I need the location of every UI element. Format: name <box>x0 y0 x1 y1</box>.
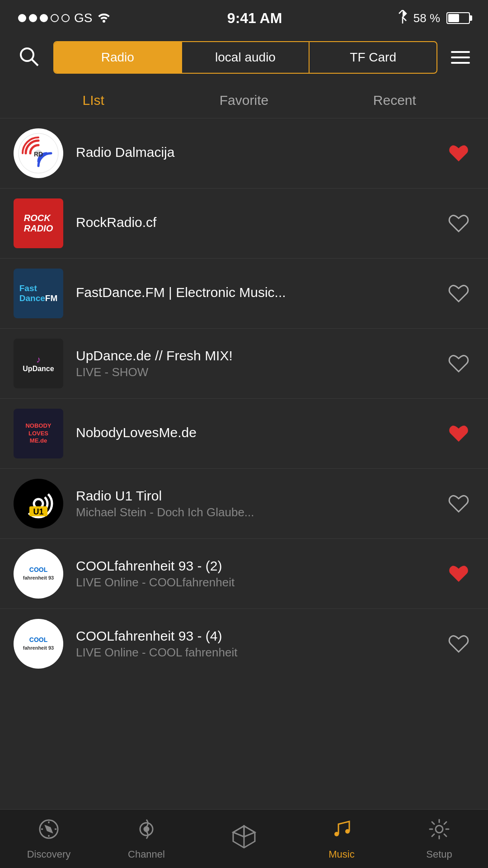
nav-label-discovery: Discovery <box>27 849 71 860</box>
bluetooth-icon <box>398 10 407 27</box>
battery-container <box>446 12 470 24</box>
list-item[interactable]: COOLfahrenheit 93 COOLfahrenheit 93 - (2… <box>0 539 488 609</box>
sub-tabs: LIst Favorite Recent <box>0 82 488 118</box>
nav-item-home[interactable] <box>195 824 293 854</box>
station-subtitle: LIVE Online - COOLfahrenheit <box>76 576 443 590</box>
list-item[interactable]: COOLfahrenheit 93 COOLfahrenheit 93 - (4… <box>0 609 488 679</box>
station-logo: ♪ UpDance <box>14 339 63 388</box>
nav-label-setup: Setup <box>426 849 452 860</box>
svg-point-20 <box>334 832 339 836</box>
list-item[interactable]: RD Radio Dalmacija <box>0 118 488 189</box>
favorite-button[interactable] <box>443 418 474 449</box>
signal-dot-5 <box>61 14 70 22</box>
gear-icon <box>428 818 450 845</box>
cube-icon <box>231 824 257 854</box>
nav-item-discovery[interactable]: Discovery <box>0 818 98 860</box>
station-info: NobodyLovesMe.de <box>76 425 443 442</box>
subtab-favorite[interactable]: Favorite <box>169 85 319 115</box>
menu-button[interactable] <box>446 47 474 68</box>
station-logo: RD <box>14 128 63 178</box>
station-info: Radio U1 Tirol Michael Stein - Doch Ich … <box>76 488 443 519</box>
station-name: Radio U1 Tirol <box>76 488 443 504</box>
list-item[interactable]: U1 Radio U1 Tirol Michael Stein - Doch I… <box>0 469 488 539</box>
favorite-button[interactable] <box>443 348 474 379</box>
subtab-recent[interactable]: Recent <box>319 85 470 115</box>
tab-local-audio[interactable]: local audio <box>182 42 310 73</box>
station-logo: COOLfahrenheit 93 <box>14 619 63 669</box>
station-info: Radio Dalmacija <box>76 145 443 162</box>
svg-marker-18 <box>244 826 255 837</box>
compass-icon <box>38 818 60 845</box>
svg-line-0 <box>399 10 403 14</box>
header: Radio local audio TF Card <box>0 33 488 82</box>
station-logo: ROCKRADIO <box>14 198 63 248</box>
channel-icon <box>135 818 158 845</box>
favorite-button[interactable] <box>443 488 474 519</box>
tab-group: Radio local audio TF Card <box>53 41 437 74</box>
menu-line-1 <box>451 51 470 53</box>
signal-dot-2 <box>29 14 37 22</box>
tab-radio[interactable]: Radio <box>54 42 182 73</box>
nav-item-setup[interactable]: Setup <box>390 818 488 860</box>
menu-line-2 <box>451 57 470 58</box>
station-name: COOLfahrenheit 93 - (2) <box>76 558 443 574</box>
station-info: UpDance.de // Fresh MIX! LIVE - SHOW <box>76 348 443 379</box>
svg-point-15 <box>144 827 149 831</box>
station-name: UpDance.de // Fresh MIX! <box>76 348 443 363</box>
status-bar: GS 9:41 AM 58 % <box>0 0 488 33</box>
nav-item-channel[interactable]: Channel <box>98 818 195 860</box>
station-info: COOLfahrenheit 93 - (2) LIVE Online - CO… <box>76 558 443 590</box>
svg-point-22 <box>436 826 443 833</box>
svg-text:RD: RD <box>34 151 43 158</box>
favorite-button[interactable] <box>443 278 474 309</box>
station-logo: NOBODYLOVESME.de <box>14 409 63 458</box>
svg-marker-17 <box>233 826 244 837</box>
time-display: 9:41 AM <box>227 10 282 27</box>
station-list: RD Radio Dalmacija ROCKRADIO RockRadio.c… <box>0 118 488 809</box>
tab-tf-card[interactable]: TF Card <box>310 42 436 73</box>
station-info: COOLfahrenheit 93 - (4) LIVE Online - CO… <box>76 628 443 660</box>
nav-item-music[interactable]: Music <box>293 818 390 860</box>
nav-label-music: Music <box>328 849 354 860</box>
carrier-text: GS <box>74 11 92 25</box>
list-item[interactable]: ♪ UpDance UpDance.de // Fresh MIX! LIVE … <box>0 329 488 399</box>
list-item[interactable]: ROCKRADIO RockRadio.cf <box>0 189 488 259</box>
station-info: FastDance.FM | Electronic Music... <box>76 285 443 302</box>
svg-point-2 <box>21 48 33 61</box>
nav-label-channel: Channel <box>128 849 165 860</box>
favorite-button[interactable] <box>443 208 474 239</box>
search-button[interactable] <box>14 41 44 74</box>
svg-point-21 <box>345 829 350 834</box>
station-subtitle: Michael Stein - Doch Ich Glaube... <box>76 505 443 519</box>
station-name: NobodyLovesMe.de <box>76 425 443 440</box>
svg-line-3 <box>32 59 38 66</box>
favorite-button[interactable] <box>443 558 474 590</box>
battery-fill <box>448 14 459 22</box>
status-right: 58 % <box>398 10 470 27</box>
station-name: Radio Dalmacija <box>76 145 443 160</box>
station-logo: FastDanceFM <box>14 269 63 318</box>
signal-dot-4 <box>51 14 59 22</box>
station-subtitle: LIVE Online - COOL fahrenheit <box>76 646 443 660</box>
station-info: RockRadio.cf <box>76 215 443 232</box>
list-item[interactable]: NOBODYLOVESME.de NobodyLovesMe.de <box>0 399 488 469</box>
signal-dot-1 <box>18 14 26 22</box>
battery-percent: 58 % <box>413 11 440 25</box>
station-logo: COOLfahrenheit 93 <box>14 549 63 599</box>
music-icon <box>330 818 353 845</box>
bottom-nav: Discovery Channel <box>0 809 488 868</box>
station-name: COOLfahrenheit 93 - (4) <box>76 628 443 644</box>
signal-dot-3 <box>40 14 48 22</box>
wifi-icon <box>97 11 111 26</box>
station-subtitle: LIVE - SHOW <box>76 365 443 379</box>
list-item[interactable]: FastDanceFM FastDance.FM | Electronic Mu… <box>0 259 488 329</box>
station-name: RockRadio.cf <box>76 215 443 230</box>
favorite-button[interactable] <box>443 628 474 660</box>
station-name: FastDance.FM | Electronic Music... <box>76 285 443 300</box>
station-logo: U1 <box>14 479 63 528</box>
svg-text:U1: U1 <box>33 507 43 516</box>
favorite-button[interactable] <box>443 137 474 169</box>
subtab-list[interactable]: LIst <box>18 85 169 115</box>
signal-dots <box>18 14 70 22</box>
battery-icon <box>446 12 470 24</box>
